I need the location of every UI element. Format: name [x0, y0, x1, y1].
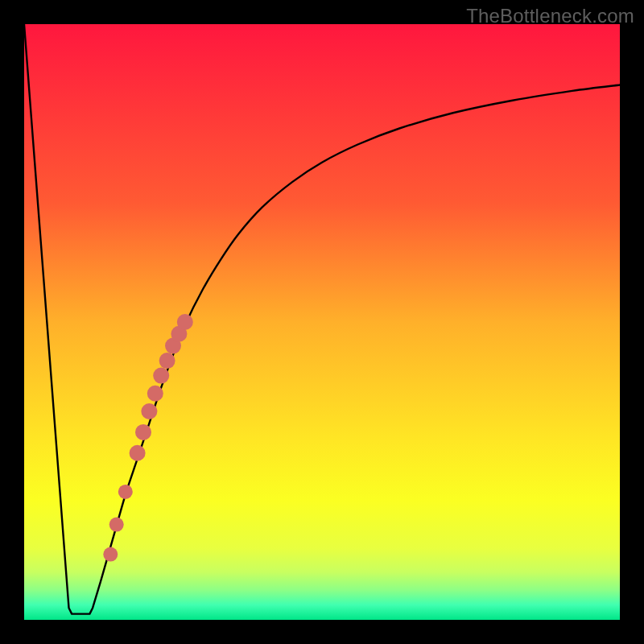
marker-point	[118, 485, 133, 499]
marker-point	[130, 445, 146, 461]
plot-area	[24, 24, 620, 620]
marker-point	[109, 518, 124, 532]
watermark-text: TheBottleneck.com	[466, 5, 634, 27]
marker-point	[147, 386, 163, 402]
marker-point	[141, 403, 157, 419]
chart-svg	[24, 24, 620, 620]
marker-point	[135, 424, 151, 440]
marker-point	[103, 547, 118, 562]
marker-point	[177, 314, 193, 330]
chart-frame: TheBottleneck.com	[0, 0, 644, 644]
marker-point	[159, 353, 175, 369]
marker-point	[153, 368, 169, 384]
